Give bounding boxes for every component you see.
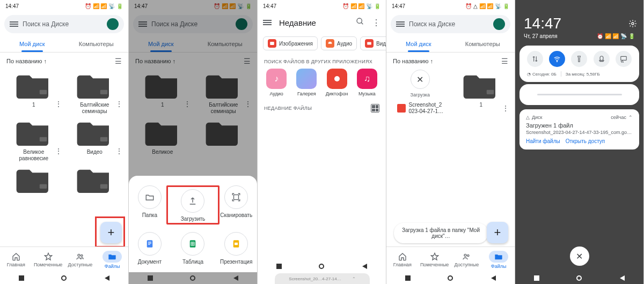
status-bar: 14:47⏰ △ 📶 📶 📡 🔋 [386,0,515,12]
home-button[interactable] [61,275,67,281]
app-gallery[interactable]: Галерея [293,69,320,96]
menu-icon[interactable] [263,20,272,25]
cancel-upload-icon[interactable]: ✕ [411,70,430,89]
sheets-icon [181,232,204,256]
folder-item[interactable]: 1 ⋮ [452,70,511,119]
settings-icon[interactable] [628,19,637,30]
svg-point-27 [557,61,557,62]
folder-icon [75,70,114,99]
tab-mydisk[interactable]: Мой диск [0,35,64,52]
folder-icon [14,70,53,99]
menu-icon[interactable] [10,21,18,27]
more-icon[interactable]: ⋮ [55,147,62,155]
more-icon[interactable]: ⋮ [55,100,62,108]
svg-rect-22 [367,42,371,45]
svg-point-19 [357,18,362,23]
music-app-icon: ♫ [357,69,377,89]
action-find-files[interactable]: Найти файлы [526,138,560,144]
sheet-table[interactable]: Таблица [166,232,220,265]
chip-images[interactable]: Изображения [263,36,318,50]
nav-starred[interactable]: Помеченные [32,247,64,272]
uploading-item: ✕ Загрузка Screenshot_2023-04-27-1… [391,70,450,119]
qs-wifi[interactable] [549,51,565,67]
notification-header: △ Диск сейчас ⌃ [526,115,633,120]
status-bar: 14:47 ⏰ 📶 📶 📡 🔋 [0,0,128,12]
notification-card[interactable]: △ Диск сейчас ⌃ Загружен 1 файл Screensh… [519,109,639,150]
folder-icon [75,164,114,193]
nav-shared[interactable]: Доступные [451,247,483,272]
svg-rect-9 [147,240,153,248]
collapse-icon[interactable]: ⌃ [628,115,633,120]
search-bar[interactable]: Поиск на Диске [391,15,510,33]
dismiss-all-button[interactable]: ✕ [570,246,589,266]
avatar[interactable] [107,18,119,30]
status-right: ⏰ 📶 📶 📡 🔋 [85,3,123,9]
brightness-high-icon: ☀ [626,89,634,100]
folder-item[interactable]: Балтийские семинары ⋮ [65,70,125,115]
folder-item[interactable]: Видео ⋮ [65,117,125,162]
view-toggle-icon[interactable]: ☰ [501,57,508,65]
folder-item[interactable] [65,164,125,193]
more-icon[interactable]: ⋮ [115,147,123,155]
folder-name: Великое равновесие [12,149,55,162]
brightness-slider[interactable]: ☼ ☀ [519,84,639,105]
nav-starred[interactable]: Помеченные [419,247,451,272]
back-button[interactable] [104,275,109,281]
fab-new[interactable]: + [487,222,508,243]
qs-flashlight[interactable] [571,51,587,67]
folder-icon [14,117,53,146]
recent-header: Недавние ⋮ [258,12,386,33]
chip-audio[interactable]: Аудио [321,36,357,50]
folder-name: 1 [32,102,35,108]
folder-item[interactable]: Великое равновесие ⋮ [4,117,63,162]
shade-clock: 14:47 [515,11,643,32]
page-title: Недавние [279,18,348,27]
nav-shared[interactable]: Доступные [64,247,97,272]
tab-computers[interactable]: Компьютеры [451,35,515,52]
people-icon [76,252,84,261]
headphones-icon [326,39,334,48]
sort-label[interactable]: По названию ↑ [6,58,47,64]
recents-button[interactable] [19,275,24,281]
more-icon[interactable]: ⋮ [372,18,380,28]
qs-cast[interactable] [616,51,632,67]
sheet-doc[interactable]: Документ [133,232,166,265]
search-icon[interactable] [356,17,364,28]
app-music[interactable]: ♫Музыка [354,69,380,96]
nav-home[interactable]: Главная [0,247,32,272]
nav-files[interactable]: Файлы [96,247,128,272]
folder-item[interactable] [4,164,63,193]
menu-icon[interactable] [396,21,405,27]
sheet-scan[interactable]: Сканировать [219,185,253,225]
action-share[interactable]: Открыть доступ [566,138,605,144]
avatar[interactable] [493,18,505,30]
qs-data[interactable] [527,51,543,67]
chip-video[interactable]: Видео [360,36,386,50]
svg-rect-2 [40,137,47,141]
app-recorder[interactable]: Диктофон [324,69,350,96]
sheet-upload[interactable]: Загрузить [166,185,220,225]
sheet-slides[interactable]: Презентация [219,232,253,265]
folder-item[interactable]: 1 ⋮ [4,70,63,115]
app-audio[interactable]: ♪Аудио [263,69,290,96]
svg-point-7 [81,255,83,256]
search-bar[interactable]: Поиск на Диске [4,15,124,33]
sheet-folder[interactable]: Папка [133,185,166,225]
panel-notification-shade: 14:47 Чт, 27 апреля ⏰ 📶 📶 📡 🔋 ◔ Сегодня:… [515,0,644,284]
panel-drive-uploading: 14:47⏰ △ 📶 📶 📡 🔋 Поиск на Диске Мой диск… [386,0,515,284]
notification-actions: Найти файлы Открыть доступ [526,138,633,144]
music-icon: ♪ [266,69,287,89]
android-nav [515,272,643,284]
grid-view-icon[interactable] [371,104,379,113]
brightness-bar[interactable] [537,94,622,95]
highlight-box [95,216,125,248]
tab-computers[interactable]: Компьютеры [64,35,129,52]
view-toggle-icon[interactable]: ☰ [115,57,122,65]
nav-files[interactable]: Файлы [482,247,515,272]
qs-sound[interactable] [594,51,610,67]
tab-mydisk[interactable]: Мой диск [386,35,451,52]
more-icon[interactable]: ⋮ [115,100,123,108]
nav-home[interactable]: Главная [386,247,419,272]
filter-chips: Изображения Аудио Видео [258,33,386,54]
quick-settings: ◔ Сегодня: 0Б За месяц: 5,58ГБ [519,46,639,82]
